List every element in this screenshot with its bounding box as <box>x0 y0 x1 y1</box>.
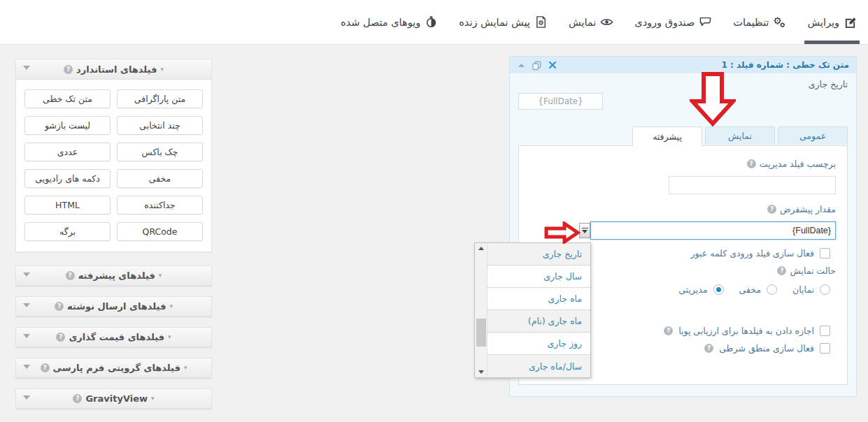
help-icon[interactable] <box>64 65 73 74</box>
live-preview-icon <box>534 15 548 29</box>
chevron-mini-icon: ▾ <box>160 66 164 73</box>
visibility-admin-label: مدیریتی <box>678 284 707 295</box>
collapse-triangle-icon[interactable] <box>23 365 30 369</box>
duplicate-field-icon[interactable] <box>532 61 541 70</box>
visibility-option-admin: مدیریتی <box>678 284 723 295</box>
persian-gravity-fields-title: فیلدهای گرویتی فرم پارسی <box>53 363 180 373</box>
default-value-input-row <box>530 221 836 240</box>
dynamic-population-label: اجازه دادن به فیلدها برای ارزیابی پویا <box>678 326 814 336</box>
conditional-logic-checkbox[interactable] <box>820 343 830 354</box>
edit-icon <box>844 15 857 29</box>
speech-bubble-icon <box>699 15 712 29</box>
help-icon[interactable] <box>664 326 673 335</box>
persian-gravity-fields-header[interactable]: ▾ فیلدهای گرویتی فرم پارسی <box>16 358 211 378</box>
pricing-fields-header[interactable]: ▾ فیلدهای قیمت گذاری <box>16 328 211 347</box>
nav-inbox[interactable]: صندوق ورودی <box>634 0 712 44</box>
password-input-label: فعال سازی فیلد ورودی کلمه عبور <box>690 248 814 259</box>
field-button-qrcode[interactable]: QRCode <box>117 222 203 241</box>
field-button-single-line-text[interactable]: متن تک خطی <box>24 89 111 108</box>
gears-icon <box>773 15 786 29</box>
top-navigation: ویرایش تنظیمات صندوق ورودی <box>341 0 857 44</box>
field-button-dropdown-list[interactable]: لیست بازشو <box>24 116 111 135</box>
dropdown-scrollbar[interactable] <box>475 243 488 377</box>
nav-settings-label: تنظیمات <box>733 17 769 28</box>
advanced-fields-title: فیلدهای پیشرفته <box>78 270 155 281</box>
help-icon[interactable] <box>73 394 82 403</box>
field-button-multi-select[interactable]: چند انتخابی <box>117 116 203 135</box>
combo-triangle-icon <box>582 230 588 233</box>
collapse-triangle-icon[interactable] <box>23 272 30 277</box>
help-icon[interactable] <box>41 363 50 372</box>
field-button-checkbox[interactable]: چک باکس <box>117 143 203 161</box>
help-icon[interactable] <box>66 271 75 280</box>
dropdown-item-current-year[interactable]: سال جاری <box>488 265 590 288</box>
field-button-number[interactable]: عددی <box>24 143 111 161</box>
gravityview-header[interactable]: ▾ GravityView <box>16 389 211 409</box>
help-icon[interactable] <box>767 205 776 214</box>
standard-fields-title: فیلدهای استاندارد <box>76 64 157 75</box>
help-icon[interactable] <box>747 159 756 168</box>
chevron-mini-icon: ▾ <box>159 272 162 279</box>
dropdown-item-current-date[interactable]: تاریخ جاری <box>488 243 590 265</box>
delete-field-icon[interactable] <box>548 61 557 70</box>
scroll-up-icon[interactable] <box>475 243 488 254</box>
eye-icon <box>600 15 613 29</box>
default-value-input[interactable] <box>590 221 836 240</box>
top-toolbar: ویرایش تنظیمات صندوق ورودی <box>0 0 868 45</box>
visibility-radio-hidden[interactable] <box>767 284 777 295</box>
advanced-fields-header[interactable]: ▾ فیلدهای پیشرفته <box>16 266 211 286</box>
editor-tabs: عمومی نمایش پیشرفته <box>518 126 848 145</box>
default-value-row: مقدار پیشفرض <box>530 204 836 214</box>
merge-tag-dropdown-button[interactable] <box>579 223 590 238</box>
tab-appearance[interactable]: نمایش <box>705 126 775 145</box>
field-preview-input[interactable]: {FullDate} <box>518 93 603 110</box>
visibility-radio-admin[interactable] <box>713 284 724 295</box>
help-icon[interactable] <box>704 344 713 353</box>
nav-settings[interactable]: تنظیمات <box>733 0 786 44</box>
password-input-checkbox[interactable] <box>820 248 830 259</box>
nav-view-label: نمایش <box>569 17 596 28</box>
dropdown-item-current-month-name[interactable]: ماه جاری (نام) <box>488 310 590 333</box>
field-button-hidden[interactable]: مخفی <box>117 169 203 188</box>
post-fields-box: ▾ فیلدهای ارسال نوشته <box>15 296 212 317</box>
visibility-radio-visible[interactable] <box>820 284 830 295</box>
collapse-triangle-icon[interactable] <box>23 66 30 70</box>
dropdown-item-current-year-month[interactable]: سال/ماه جاری <box>488 355 590 377</box>
post-fields-header[interactable]: ▾ فیلدهای ارسال نوشته <box>16 297 211 316</box>
collapse-triangle-icon[interactable] <box>23 303 30 307</box>
standard-fields-header[interactable]: ▾ فیلدهای استاندارد <box>16 59 211 80</box>
help-icon[interactable] <box>55 302 64 311</box>
field-button-page[interactable]: برگه <box>24 222 111 241</box>
admin-label-input[interactable] <box>669 176 836 194</box>
pricing-fields-title: فیلدهای قیمت گذاری <box>69 332 164 342</box>
field-button-section-break[interactable]: جداکننده <box>117 196 203 214</box>
help-icon[interactable] <box>56 333 65 342</box>
help-icon[interactable] <box>777 266 786 275</box>
persian-gravity-fields-box: ▾ فیلدهای گرویتی فرم پارسی <box>15 358 212 379</box>
nav-view[interactable]: نمایش <box>569 0 613 44</box>
visibility-visible-label: نمایان <box>792 284 814 295</box>
gravityview-title: GravityView <box>85 393 148 404</box>
dropdown-item-current-day[interactable]: روز جاری <box>488 333 590 355</box>
combo-bar <box>582 228 588 228</box>
tab-advanced[interactable]: پیشرفته <box>632 126 702 146</box>
tab-general[interactable]: عمومی <box>778 126 848 145</box>
scrollbar-thumb[interactable] <box>476 319 486 347</box>
field-button-paragraph-text[interactable]: متن پاراگرافی <box>117 89 203 108</box>
nav-connected-views[interactable]: ویوهای متصل شده <box>341 0 438 44</box>
field-button-radio-buttons[interactable]: دکمه های رادیویی <box>24 169 111 188</box>
chevron-mini-icon: ▾ <box>169 303 173 310</box>
nav-live-preview[interactable]: پیش نمایش زنده <box>459 0 548 44</box>
collapse-triangle-icon[interactable] <box>23 334 30 338</box>
nav-edit[interactable]: ویرایش <box>807 0 857 44</box>
visibility-option-visible: نمایان <box>792 284 830 295</box>
merge-tag-dropdown-menu: تاریخ جاری سال جاری ماه جاری ماه جاری (ن… <box>474 242 591 378</box>
field-editor-titlebar: متن تک خطی : شماره فیلد : 1 <box>510 57 856 73</box>
field-button-html[interactable]: HTML <box>24 196 111 214</box>
admin-label-row: برچسب فیلد مدیریت <box>530 159 836 169</box>
dynamic-population-checkbox[interactable] <box>820 326 830 336</box>
collapse-triangle-icon[interactable] <box>23 395 30 400</box>
scroll-down-icon[interactable] <box>475 367 488 377</box>
collapse-field-icon[interactable] <box>517 61 526 70</box>
dropdown-item-current-month[interactable]: ماه جاری <box>488 288 590 310</box>
